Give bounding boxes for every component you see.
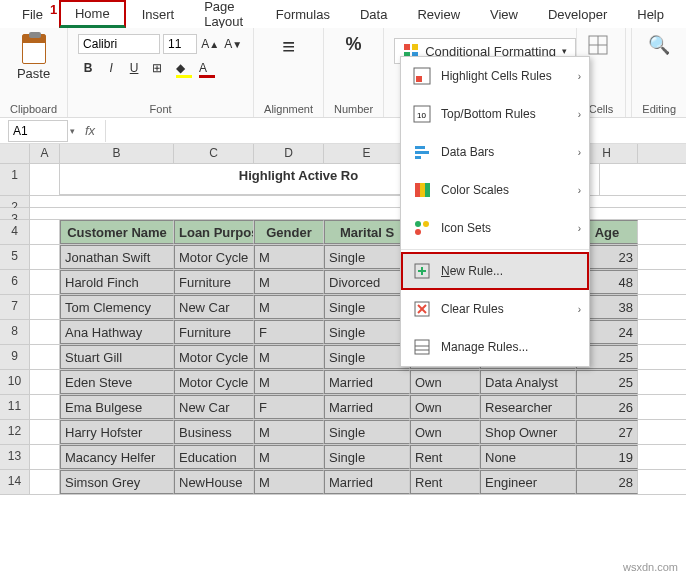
cell-marital[interactable]: Single	[324, 420, 410, 444]
row-header[interactable]: 1	[0, 164, 30, 195]
cell-marital[interactable]: Single	[324, 295, 410, 319]
cell-age[interactable]: 25	[576, 370, 638, 394]
cell-marital[interactable]: Single	[324, 445, 410, 469]
menu-review[interactable]: Review	[403, 3, 474, 26]
menu-home[interactable]: Home	[59, 0, 126, 28]
cell-customer[interactable]: Harry Hofster	[60, 420, 174, 444]
select-all-corner[interactable]	[0, 144, 30, 163]
underline-button[interactable]: U	[124, 58, 144, 78]
formula-input[interactable]	[105, 120, 686, 142]
row-header[interactable]: 7	[0, 295, 30, 319]
cell-gender[interactable]: M	[254, 370, 324, 394]
menu-data[interactable]: Data	[346, 3, 401, 26]
fx-icon[interactable]: fx	[85, 123, 95, 138]
cell-f[interactable]: Own	[410, 370, 480, 394]
cell-loan[interactable]: Business	[174, 420, 254, 444]
cell-gender[interactable]: M	[254, 445, 324, 469]
col-header-a[interactable]: A	[30, 144, 60, 163]
header-loan[interactable]: Loan Purpose	[174, 220, 254, 244]
cell[interactable]	[30, 295, 60, 319]
menu-developer[interactable]: Developer	[534, 3, 621, 26]
cell-f[interactable]: Rent	[410, 445, 480, 469]
row-header[interactable]: 11	[0, 395, 30, 419]
cell-gender[interactable]: M	[254, 295, 324, 319]
cell[interactable]	[30, 320, 60, 344]
font-color-button[interactable]: A	[193, 58, 213, 78]
cell[interactable]	[30, 420, 60, 444]
row-header[interactable]: 2	[0, 196, 30, 207]
cell-age[interactable]: 28	[576, 470, 638, 494]
cell-gender[interactable]: M	[254, 470, 324, 494]
menu-file[interactable]: File	[8, 3, 57, 26]
cell-customer[interactable]: Harold Finch	[60, 270, 174, 294]
cell[interactable]	[30, 220, 60, 244]
cell-age[interactable]: 27	[576, 420, 638, 444]
cell-marital[interactable]: Single	[324, 345, 410, 369]
cell-marital[interactable]: Married	[324, 370, 410, 394]
menu-insert[interactable]: Insert	[128, 3, 189, 26]
cell[interactable]	[30, 445, 60, 469]
menu-formulas[interactable]: Formulas	[262, 3, 344, 26]
number-button[interactable]: %	[346, 34, 362, 55]
cell-gender[interactable]: F	[254, 395, 324, 419]
cf-top-bottom[interactable]: 10 Top/Bottom Rules ›	[401, 95, 589, 133]
cf-new-rule[interactable]: New Rule...	[401, 252, 589, 290]
alignment-button[interactable]: ≡	[282, 34, 295, 60]
cell-customer[interactable]: Jonathan Swift	[60, 245, 174, 269]
cf-color-scales[interactable]: Color Scales ›	[401, 171, 589, 209]
cell-loan[interactable]: NewHouse	[174, 470, 254, 494]
row-header[interactable]: 12	[0, 420, 30, 444]
cell-gender[interactable]: F	[254, 320, 324, 344]
cell-age[interactable]: 26	[576, 395, 638, 419]
cells-button[interactable]	[587, 34, 615, 62]
cf-data-bars[interactable]: Data Bars ›	[401, 133, 589, 171]
cell-age[interactable]: 19	[576, 445, 638, 469]
cell-marital[interactable]: Married	[324, 395, 410, 419]
name-box[interactable]	[8, 120, 68, 142]
cell[interactable]	[30, 370, 60, 394]
cell-customer[interactable]: Stuart Gill	[60, 345, 174, 369]
row-header[interactable]: 6	[0, 270, 30, 294]
font-size-select[interactable]	[163, 34, 197, 54]
row-header[interactable]: 10	[0, 370, 30, 394]
bold-button[interactable]: B	[78, 58, 98, 78]
cell-customer[interactable]: Tom Clemency	[60, 295, 174, 319]
cell[interactable]	[30, 395, 60, 419]
cell-marital[interactable]: Single	[324, 245, 410, 269]
cell-f[interactable]: Own	[410, 420, 480, 444]
cell-gender[interactable]: M	[254, 345, 324, 369]
cell-f[interactable]: Rent	[410, 470, 480, 494]
cell-loan[interactable]: Furniture	[174, 320, 254, 344]
cell[interactable]	[30, 164, 60, 195]
menu-view[interactable]: View	[476, 3, 532, 26]
row-header[interactable]: 8	[0, 320, 30, 344]
paste-button[interactable]: Paste	[17, 34, 50, 81]
header-gender[interactable]: Gender	[254, 220, 324, 244]
editing-button[interactable]: 🔍	[648, 34, 670, 56]
row-header[interactable]: 5	[0, 245, 30, 269]
decrease-font-icon[interactable]: A▼	[223, 34, 243, 54]
cell-customer[interactable]: Ema Bulgese	[60, 395, 174, 419]
cell-marital[interactable]: Married	[324, 470, 410, 494]
font-name-select[interactable]	[78, 34, 160, 54]
fill-color-button[interactable]: ◆	[170, 58, 190, 78]
cell-g[interactable]: Shop Owner	[480, 420, 576, 444]
cf-manage-rules[interactable]: Manage Rules...	[401, 328, 589, 366]
cell-g[interactable]: None	[480, 445, 576, 469]
border-button[interactable]: ⊞	[147, 58, 167, 78]
col-header-b[interactable]: B	[60, 144, 174, 163]
row-header[interactable]: 4	[0, 220, 30, 244]
cell-gender[interactable]: M	[254, 270, 324, 294]
header-marital[interactable]: Marital S	[324, 220, 410, 244]
cell-g[interactable]: Data Analyst	[480, 370, 576, 394]
cell-customer[interactable]: Macancy Helfer	[60, 445, 174, 469]
menu-help[interactable]: Help	[623, 3, 678, 26]
col-header-c[interactable]: C	[174, 144, 254, 163]
increase-font-icon[interactable]: A▲	[200, 34, 220, 54]
cf-icon-sets[interactable]: Icon Sets ›	[401, 209, 589, 247]
cell-customer[interactable]: Eden Steve	[60, 370, 174, 394]
cell-loan[interactable]: New Car	[174, 295, 254, 319]
cell[interactable]	[30, 245, 60, 269]
cell-loan[interactable]: New Car	[174, 395, 254, 419]
row-header[interactable]: 13	[0, 445, 30, 469]
